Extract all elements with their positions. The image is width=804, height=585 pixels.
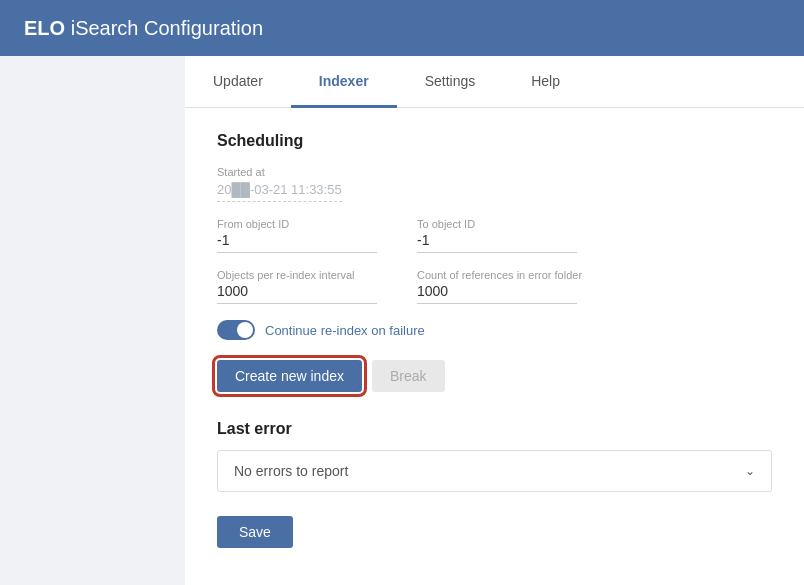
started-at-value: 20██-03-21 11:33:55 — [217, 182, 342, 202]
no-errors-text: No errors to report — [234, 463, 348, 479]
app-title-bold: ELO — [24, 17, 65, 39]
object-id-row: From object ID -1 To object ID -1 — [217, 218, 772, 253]
sidebar — [0, 56, 185, 585]
app-header: ELO iSearch Configuration — [0, 0, 804, 56]
main-panel: Updater Indexer Settings Help Scheduling… — [185, 56, 804, 585]
from-object-id-label: From object ID — [217, 218, 377, 230]
count-references-value: 1000 — [417, 283, 577, 304]
count-references-label: Count of references in error folder — [417, 269, 582, 281]
toggle-row: Continue re-index on failure — [217, 320, 772, 340]
tab-updater[interactable]: Updater — [185, 57, 291, 108]
to-object-id-group: To object ID -1 — [417, 218, 577, 253]
button-row: Create new index Break — [217, 360, 772, 392]
scheduling-title: Scheduling — [217, 132, 772, 150]
error-dropdown[interactable]: No errors to report ⌄ — [217, 450, 772, 492]
tabs-bar: Updater Indexer Settings Help — [185, 56, 804, 108]
last-error-title: Last error — [217, 420, 772, 438]
from-object-id-group: From object ID -1 — [217, 218, 377, 253]
create-new-index-button[interactable]: Create new index — [217, 360, 362, 392]
continue-reindex-toggle[interactable] — [217, 320, 255, 340]
to-object-id-label: To object ID — [417, 218, 577, 230]
break-button[interactable]: Break — [372, 360, 445, 392]
from-object-id-value: -1 — [217, 232, 377, 253]
panel-content: Scheduling Started at 20██-03-21 11:33:5… — [185, 108, 804, 572]
count-references-group: Count of references in error folder 1000 — [417, 269, 582, 304]
chevron-down-icon: ⌄ — [745, 464, 755, 478]
started-at-label: Started at — [217, 166, 772, 178]
save-button[interactable]: Save — [217, 516, 293, 548]
objects-per-reindex-group: Objects per re-index interval 1000 — [217, 269, 377, 304]
app-title-light: iSearch Configuration — [65, 17, 263, 39]
tab-indexer[interactable]: Indexer — [291, 57, 397, 108]
reindex-row: Objects per re-index interval 1000 Count… — [217, 269, 772, 304]
objects-per-reindex-label: Objects per re-index interval — [217, 269, 377, 281]
content-area: Updater Indexer Settings Help Scheduling… — [0, 56, 804, 585]
app-title: ELO iSearch Configuration — [24, 17, 263, 40]
toggle-label: Continue re-index on failure — [265, 323, 425, 338]
tab-help[interactable]: Help — [503, 57, 588, 108]
to-object-id-value: -1 — [417, 232, 577, 253]
tab-settings[interactable]: Settings — [397, 57, 504, 108]
objects-per-reindex-value: 1000 — [217, 283, 377, 304]
